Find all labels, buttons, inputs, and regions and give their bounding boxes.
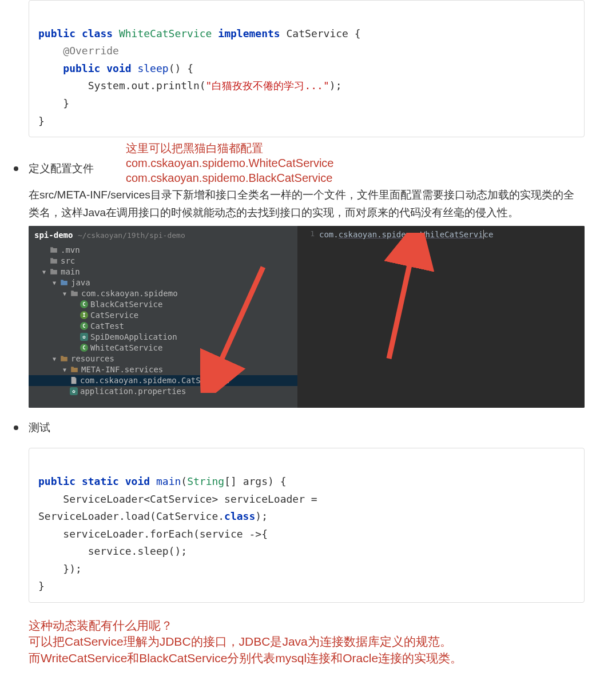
- ide-project-path: ~/cskaoyan/19th/spi-demo: [78, 231, 185, 240]
- resources-icon: [59, 355, 69, 363]
- class-icon: C: [80, 344, 88, 352]
- interface-icon: I: [80, 311, 88, 319]
- class-icon: C: [80, 300, 88, 308]
- ide-project-name: spi-demo: [34, 230, 73, 240]
- bullet-test: 测试: [29, 421, 50, 433]
- ide-gutter: 1: [297, 226, 318, 240]
- folder-icon: [49, 268, 58, 276]
- code-block-1: public class WhiteCatService implements …: [29, 0, 585, 137]
- ide-project-tree: spi-demo ~/cskaoyan/19th/spi-demo .mvn s…: [29, 226, 297, 408]
- annotation-config-hint: 这里可以把黑猫白猫都配置 com.cskaoyan.spidemo.WhiteC…: [126, 141, 333, 185]
- folder-icon: [49, 246, 58, 254]
- code-block-2: public static void main(String[] args) {…: [29, 448, 585, 603]
- spring-icon: ✿: [80, 333, 88, 341]
- ide-editor: 1 com.cskaoyan.spidemo.WhileCatService: [297, 226, 585, 408]
- folder-icon: [59, 279, 69, 287]
- body-paragraph-1: 在src/META-INF/services目录下新增和接口全类名一样的一个文件…: [29, 186, 585, 221]
- tree-selected-file[interactable]: com.cskaoyan.spidemo.CatService: [29, 375, 297, 386]
- ide-editor-line-1[interactable]: com.cskaoyan.spidemo.WhileCatService: [297, 226, 585, 241]
- ide-screenshot: spi-demo ~/cskaoyan/19th/spi-demo .mvn s…: [29, 226, 585, 408]
- file-icon: [70, 376, 78, 384]
- class-icon: C: [80, 322, 88, 330]
- package-icon: [70, 289, 79, 297]
- spring-icon: ✿: [70, 387, 78, 395]
- annotation-bottom: 这种动态装配有什么用呢？ 可以把CatService理解为JDBC的接口，JDB…: [29, 618, 585, 666]
- folder-icon: [70, 365, 79, 373]
- bullet-define-config: 定义配置文件: [29, 162, 94, 174]
- folder-icon: [49, 257, 58, 265]
